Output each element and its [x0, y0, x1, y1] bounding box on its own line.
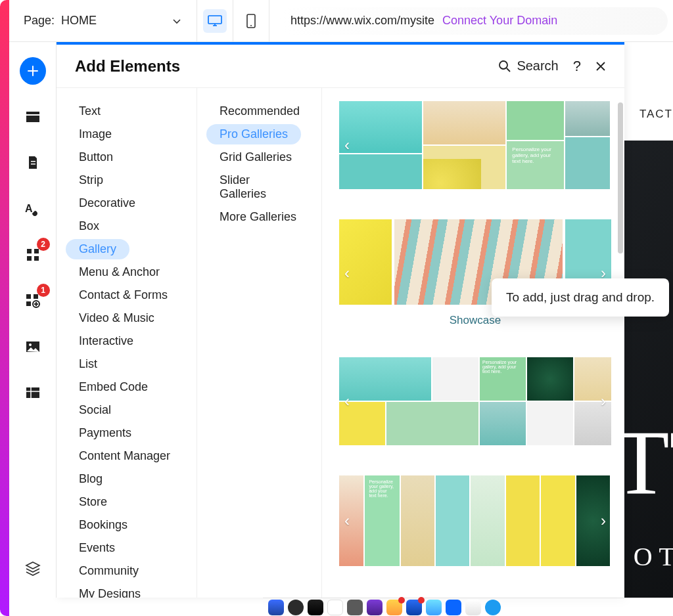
svg-point-2	[250, 25, 252, 26]
svg-rect-5	[31, 161, 35, 162]
close-icon	[595, 61, 606, 72]
category-contact-forms[interactable]: Contact & Forms	[66, 285, 181, 305]
media-button[interactable]	[20, 334, 46, 360]
apps-badge: 2	[37, 238, 50, 251]
layers-button[interactable]	[20, 556, 46, 582]
subcategory-pro-galleries[interactable]: Pro Galleries	[206, 124, 301, 144]
category-social[interactable]: Social	[66, 400, 124, 420]
dock-app[interactable]	[288, 600, 304, 615]
drag-drop-tooltip: To add, just drag and drop.	[492, 278, 669, 317]
dock-app[interactable]	[426, 600, 442, 615]
category-interactive[interactable]: Interactive	[66, 331, 147, 351]
business-apps-badge: 1	[37, 284, 50, 297]
gallery-preset-grid[interactable]: Personalize your gallery, add your text …	[339, 357, 611, 445]
subcategory-recommended[interactable]: Recommended	[206, 101, 313, 121]
svg-rect-4	[26, 116, 39, 122]
category-blog[interactable]: Blog	[66, 469, 116, 489]
svg-point-21	[499, 61, 507, 69]
category-button[interactable]: Button	[66, 147, 126, 167]
macos-dock	[263, 598, 673, 616]
address-bar[interactable]: https://www.wix.com/mysite Connect Your …	[279, 7, 668, 35]
editor-topbar: Page: HOME https://www.wix.com/mysite Co…	[9, 0, 673, 42]
site-url: https://www.wix.com/mysite	[290, 14, 434, 28]
apps-button[interactable]: 2	[20, 242, 46, 268]
dock-app[interactable]	[347, 600, 363, 615]
category-embed-code[interactable]: Embed Code	[66, 377, 161, 397]
hero-subhead-fragment: OTOG	[634, 541, 673, 572]
svg-rect-3	[26, 112, 39, 114]
panel-search-button[interactable]: Search	[498, 58, 558, 74]
panel-title: Add Elements	[75, 57, 180, 76]
dock-app[interactable]	[386, 600, 402, 615]
category-text[interactable]: Text	[66, 101, 114, 121]
chevron-left-icon: ‹	[344, 392, 350, 410]
svg-text:A: A	[25, 203, 33, 214]
category-strip[interactable]: Strip	[66, 170, 116, 190]
svg-rect-9	[34, 249, 39, 253]
page-name: HOME	[61, 14, 97, 28]
editor-side-toolbar: A 2 1	[9, 42, 57, 598]
svg-rect-11	[34, 256, 39, 261]
search-label: Search	[517, 58, 558, 74]
gallery-preset-strip[interactable]: Personalize your gallery, add your text …	[339, 475, 611, 566]
content-manager-button[interactable]	[20, 380, 46, 406]
category-community[interactable]: Community	[66, 561, 152, 581]
svg-point-17	[29, 343, 32, 346]
subcategory-grid-galleries[interactable]: Grid Galleries	[206, 147, 305, 167]
category-events[interactable]: Events	[66, 538, 128, 558]
category-content-manager[interactable]: Content Manager	[66, 446, 183, 466]
category-payments[interactable]: Payments	[66, 423, 145, 443]
sections-button[interactable]	[20, 104, 46, 130]
site-nav-fragment: TACT	[639, 108, 673, 121]
svg-rect-0	[208, 16, 221, 24]
chevron-left-icon: ‹	[344, 136, 350, 154]
chevron-left-icon: ‹	[344, 264, 350, 282]
chevron-right-icon: ›	[601, 392, 606, 410]
table-icon	[26, 387, 40, 399]
category-list: TextImageButtonStripDecorativeBoxGallery…	[57, 88, 197, 598]
add-elements-button[interactable]	[20, 58, 46, 84]
dock-app[interactable]	[465, 600, 481, 615]
dock-app[interactable]	[327, 600, 343, 615]
dock-app[interactable]	[485, 600, 501, 615]
gear-plus-icon	[26, 294, 40, 308]
add-elements-panel: Add Elements Search ? TextImageButtonStr…	[57, 42, 624, 598]
pages-button[interactable]	[20, 150, 46, 176]
connect-domain-link[interactable]: Connect Your Domain	[442, 14, 557, 28]
panel-close-button[interactable]	[595, 61, 606, 72]
mobile-view-button[interactable]	[233, 0, 269, 42]
dock-app[interactable]	[406, 600, 422, 615]
category-image[interactable]: Image	[66, 124, 125, 144]
dock-app[interactable]	[268, 600, 284, 615]
category-gallery[interactable]: Gallery	[66, 239, 129, 259]
category-store[interactable]: Store	[66, 492, 120, 512]
category-video-music[interactable]: Video & Music	[66, 308, 168, 328]
sections-icon	[26, 111, 40, 123]
page-selector[interactable]: Page: HOME	[9, 0, 197, 42]
panel-header: Add Elements Search ?	[57, 45, 624, 88]
plus-icon	[20, 57, 46, 85]
dock-app[interactable]	[446, 600, 461, 615]
chevron-right-icon: ›	[601, 512, 606, 530]
subcategory-list: RecommendedPro GalleriesGrid GalleriesSl…	[197, 88, 322, 598]
category-bookings[interactable]: Bookings	[66, 515, 141, 535]
category-decorative[interactable]: Decorative	[66, 193, 149, 213]
mobile-icon	[246, 14, 256, 28]
dock-app[interactable]	[367, 600, 383, 615]
gallery-preset-mosaic[interactable]: Personalize your gallery, add your text …	[339, 101, 611, 189]
category-menu-anchor[interactable]: Menu & Anchor	[66, 262, 173, 282]
panel-help-button[interactable]: ?	[573, 58, 581, 75]
layers-icon	[25, 561, 41, 576]
svg-rect-12	[26, 294, 31, 299]
subcategory-slider-galleries[interactable]: Slider Galleries	[206, 170, 312, 204]
category-list[interactable]: List	[66, 354, 110, 374]
category-box[interactable]: Box	[66, 216, 112, 236]
preview-scrollbar[interactable]	[618, 102, 623, 273]
desktop-view-button[interactable]	[197, 0, 233, 42]
subcategory-more-galleries[interactable]: More Galleries	[206, 207, 310, 227]
image-icon	[26, 341, 40, 353]
theme-button[interactable]: A	[20, 196, 46, 222]
dock-app[interactable]	[308, 600, 323, 615]
business-apps-button[interactable]: 1	[20, 288, 46, 314]
category-my-designs[interactable]: My Designs	[66, 584, 154, 598]
